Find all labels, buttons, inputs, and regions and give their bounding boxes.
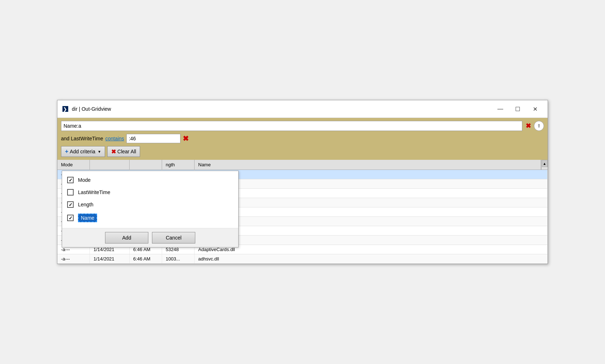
- add-criteria-label: Add criteria: [70, 149, 95, 154]
- main-window: ❯ dir | Out-Gridview — ☐ ✕ ✖ ⇧ and LastW…: [57, 100, 548, 264]
- cell-time: 6:46 AM: [130, 254, 162, 263]
- svg-text:❯: ❯: [63, 107, 67, 112]
- table-row[interactable]: -a--- 1/14/2021 6:46 AM 1003... adhsvc.d…: [57, 254, 548, 264]
- toolbar-row: + Add criteria ▼ ✖ Clear All: [61, 146, 544, 157]
- search-input[interactable]: [61, 121, 522, 131]
- header-mode[interactable]: Mode: [57, 160, 90, 170]
- maximize-button[interactable]: ☐: [509, 103, 526, 115]
- dropdown-label-name: Name: [78, 214, 97, 222]
- add-criteria-dropdown: Mode LastWriteTime Length Name Add Cance…: [62, 171, 239, 247]
- add-criteria-button[interactable]: + Add criteria ▼: [61, 146, 105, 157]
- collapse-button[interactable]: ⇧: [534, 121, 544, 131]
- dropdown-label-lastwritetime: LastWriteTime: [78, 189, 110, 195]
- cell-mode: -a---: [57, 254, 90, 263]
- checkbox-lastwritetime[interactable]: [67, 189, 74, 196]
- cell-name: aadWamExtensi...: [195, 179, 548, 188]
- app-icon: ❯: [62, 105, 69, 113]
- clear-all-label: Clear All: [117, 149, 136, 154]
- criteria-remove-button[interactable]: ✖: [183, 135, 189, 142]
- title-bar: ❯ dir | Out-Gridview — ☐ ✕: [57, 100, 548, 118]
- checkbox-length[interactable]: [67, 201, 74, 208]
- dropdown-footer: Add Cancel: [62, 228, 238, 247]
- cell-date: 1/14/2021: [90, 254, 130, 263]
- search-clear-button[interactable]: ✖: [524, 122, 532, 130]
- dropdown-cancel-button[interactable]: Cancel: [152, 232, 195, 244]
- header-time[interactable]: [130, 160, 162, 170]
- cell-name: AdaptiveCards.dll: [195, 245, 548, 254]
- dropdown-label-length: Length: [78, 202, 93, 207]
- criteria-value-input[interactable]: [126, 134, 180, 143]
- cell-name: ActivationClient.dll: [195, 226, 548, 235]
- clear-all-button[interactable]: ✖ Clear All: [107, 146, 140, 157]
- dropdown-add-button[interactable]: Add: [105, 232, 148, 244]
- header-name[interactable]: Name: [195, 160, 541, 170]
- criteria-row: and LastWriteTime contains ✖: [61, 134, 544, 143]
- criteria-operator[interactable]: contains: [105, 136, 124, 141]
- minimize-button[interactable]: —: [492, 103, 509, 115]
- clear-all-icon: ✖: [111, 148, 116, 155]
- dropdown-list: Mode LastWriteTime Length Name: [62, 171, 238, 228]
- dropdown-arrow-icon: ▼: [97, 150, 101, 154]
- table-header: Mode ngth Name ▲: [57, 160, 548, 170]
- dropdown-item-name[interactable]: Name: [62, 211, 238, 225]
- header-date[interactable]: [90, 160, 130, 170]
- dropdown-item-lastwritetime[interactable]: LastWriteTime: [62, 186, 238, 198]
- cell-name: activeds.dll: [195, 236, 548, 245]
- cell-name: aadtb.dll: [195, 170, 548, 179]
- criteria-prefix: and LastWriteTime: [61, 136, 103, 141]
- filter-bar: ✖ ⇧ and LastWriteTime contains ✖ + Add c…: [57, 118, 548, 160]
- dropdown-item-length[interactable]: Length: [62, 198, 238, 211]
- cell-name: adhsvc.dll: [195, 254, 548, 263]
- cell-length: 1003...: [162, 254, 195, 263]
- close-button[interactable]: ✕: [527, 103, 543, 115]
- window-controls: — ☐ ✕: [492, 103, 543, 115]
- header-length[interactable]: ngth: [162, 160, 195, 170]
- checkbox-mode[interactable]: [67, 177, 74, 183]
- checkbox-name[interactable]: [67, 215, 74, 221]
- scroll-up-arrow[interactable]: ▲: [542, 160, 548, 167]
- cell-name: acppage.dll: [195, 207, 548, 216]
- plus-icon: +: [65, 148, 68, 155]
- cell-name: ACPBackground...: [195, 198, 548, 207]
- dropdown-label-mode: Mode: [78, 177, 91, 183]
- search-row: ✖ ⇧: [61, 121, 544, 131]
- window-title: dir | Out-Gridview: [72, 106, 492, 112]
- cell-name: ActionCenter.dll: [195, 217, 548, 226]
- dropdown-item-mode[interactable]: Mode: [62, 174, 238, 186]
- cell-name: AboutSettingsHa...: [195, 189, 548, 198]
